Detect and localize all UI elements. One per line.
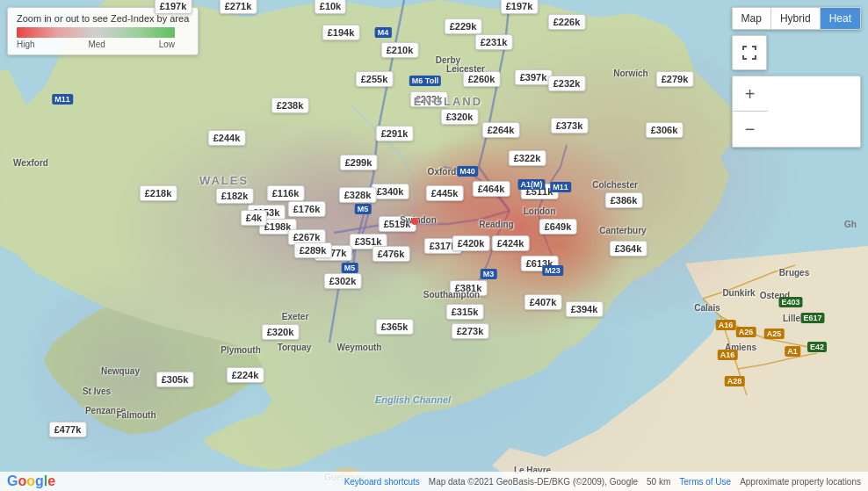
legend-med: Med [88,40,105,49]
price-label[interactable]: £279k [656,71,694,87]
price-label[interactable]: £394k [566,301,604,317]
legend: Zoom in or out to see Zed-Index by area … [7,7,199,55]
price-label[interactable]: £10k [315,0,346,14]
view-toggle: Map Hybrid Heat [732,7,861,30]
price-label[interactable]: £328k [339,187,377,203]
price-label[interactable]: £340k [372,184,409,199]
zoom-controls: + − [732,76,861,148]
zoom-out-button[interactable]: − [733,112,768,147]
price-label[interactable]: £197k [155,0,192,14]
price-label[interactable]: £271k [220,0,257,14]
price-label[interactable]: £315k [446,304,484,320]
price-label[interactable]: £305k [156,372,194,387]
price-label[interactable]: £420k [452,235,490,251]
price-label[interactable]: £291k [376,126,414,141]
price-label[interactable]: £613k [521,256,559,271]
price-label[interactable]: £511k [521,184,559,199]
legend-low: Low [159,40,175,49]
terms-link[interactable]: Terms of Use [679,477,731,487]
price-label[interactable]: £445k [426,185,464,201]
fullscreen-button[interactable] [732,35,767,70]
price-label[interactable]: £194k [322,25,360,40]
price-label[interactable]: £365k [376,319,414,335]
price-label[interactable]: £197k [501,0,539,14]
price-label[interactable]: £182k [216,188,254,204]
legend-bar [17,27,189,38]
price-label[interactable]: £373k [551,118,589,134]
map-controls: Map Hybrid Heat + − [732,7,861,148]
price-label[interactable]: £649k [539,219,577,235]
price-label[interactable]: £264k [482,122,520,138]
map-container: Zoom in or out to see Zed-Index by area … [0,0,868,491]
price-label[interactable]: £232k [548,76,586,91]
price-label[interactable]: £210k [381,42,419,58]
price-label[interactable]: £476k [373,246,410,262]
price-label[interactable]: £289k [294,242,332,258]
price-label[interactable]: £320k [441,109,479,125]
price-label[interactable]: £306k [646,122,684,138]
location-marker [411,218,418,225]
price-label[interactable]: £407k [524,294,562,310]
price-label[interactable]: £4k [241,210,267,226]
price-label[interactable]: £477k [49,422,87,437]
price-label[interactable]: £116k [267,185,305,201]
map-data-label: Map data ©2021 GeoBasis-DE/BKG (©2009), … [429,477,638,487]
price-label[interactable]: £233k [410,91,448,107]
price-label[interactable]: £320k [262,324,300,340]
legend-gradient [17,27,175,38]
price-label[interactable]: £364k [610,241,647,256]
legend-labels: High Med Low [17,40,175,49]
price-label[interactable]: £231k [475,34,513,50]
bottom-bar: Google Keyboard shortcuts Map data ©2021… [0,472,868,491]
legend-title: Zoom in or out to see Zed-Index by area [17,13,189,24]
price-label[interactable]: £260k [463,71,501,87]
price-label[interactable]: £273k [452,323,489,339]
price-label[interactable]: £302k [324,273,362,289]
price-label[interactable]: £519k [379,216,416,232]
price-label[interactable]: £464k [473,181,510,197]
price-label[interactable]: £386k [605,192,643,208]
bottom-bar-right: Keyboard shortcuts Map data ©2021 GeoBas… [344,477,861,487]
zoom-in-button[interactable]: + [733,76,768,112]
price-label[interactable]: £424k [492,235,530,251]
price-label[interactable]: £224k [227,367,264,383]
price-label[interactable]: £381k [450,280,488,296]
price-label[interactable]: £255k [356,71,394,87]
price-label[interactable]: £244k [208,130,246,146]
map-view-button[interactable]: Map [733,8,771,29]
price-label[interactable]: £238k [271,97,309,113]
approx-label: Approximate property locations [740,477,861,487]
google-logo: Google [7,473,55,489]
price-label[interactable]: £322k [509,150,546,166]
hybrid-view-button[interactable]: Hybrid [771,8,821,29]
price-label[interactable]: £397k [515,69,553,85]
price-label[interactable]: £229k [445,18,482,34]
price-label[interactable]: £299k [340,155,378,170]
price-label[interactable]: £218k [140,185,177,201]
scale-label: 50 km [647,477,670,487]
price-label[interactable]: £226k [548,14,586,30]
keyboard-shortcuts-link[interactable]: Keyboard shortcuts [344,477,420,487]
legend-high: High [17,40,35,49]
price-label[interactable]: £176k [288,201,326,217]
heat-view-button[interactable]: Heat [821,8,860,29]
